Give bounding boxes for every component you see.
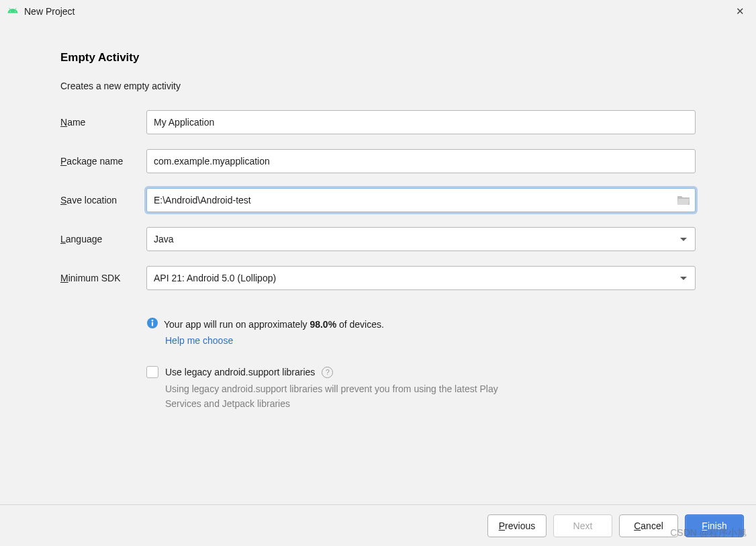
titlebar: New Project ✕ <box>0 0 756 23</box>
language-select-value: Java <box>154 234 174 244</box>
legacy-block: Use legacy android.support libraries ? U… <box>146 366 696 411</box>
language-label: Language <box>60 234 141 244</box>
legacy-checkbox[interactable] <box>146 366 158 378</box>
legacy-checkbox-label: Use legacy android.support libraries <box>165 367 315 377</box>
finish-button[interactable]: Finish <box>685 514 744 537</box>
name-field[interactable] <box>146 110 696 134</box>
dialog-content: Empty Activity Creates a new empty activ… <box>0 23 756 504</box>
minimum-sdk-label: Minimum SDK <box>60 273 141 283</box>
name-field-wrap <box>146 110 696 134</box>
package-field-wrap <box>146 149 696 173</box>
sdk-info-block: Your app will run on approximately 98.0%… <box>146 317 696 411</box>
help-me-choose-link[interactable]: Help me choose <box>165 335 696 346</box>
svg-rect-2 <box>152 322 153 326</box>
save-location-label: Save location <box>60 195 141 206</box>
save-location-field[interactable] <box>146 188 696 212</box>
window-title: New Project <box>24 6 730 17</box>
help-icon[interactable]: ? <box>322 367 333 378</box>
coverage-text: Your app will run on approximately 98.0%… <box>164 319 384 330</box>
android-icon <box>7 5 19 19</box>
package-label: Package name <box>60 156 141 167</box>
page-description: Creates a new empty activity <box>60 81 696 91</box>
svg-point-1 <box>152 320 154 322</box>
language-select[interactable]: Java <box>146 227 696 251</box>
chevron-down-icon <box>680 277 687 280</box>
minimum-sdk-select[interactable]: API 21: Android 5.0 (Lollipop) <box>146 266 696 290</box>
coverage-row: Your app will run on approximately 98.0%… <box>146 317 696 331</box>
cancel-button[interactable]: Cancel <box>619 514 678 537</box>
name-label: Name <box>60 117 141 128</box>
legacy-note: Using legacy android.support libraries w… <box>165 382 514 411</box>
chevron-down-icon <box>680 238 687 241</box>
save-location-field-wrap <box>146 188 696 212</box>
package-field[interactable] <box>146 149 696 173</box>
browse-folder-icon[interactable] <box>677 195 690 206</box>
minimum-sdk-select-value: API 21: Android 5.0 (Lollipop) <box>154 273 276 283</box>
close-icon[interactable]: ✕ <box>730 5 749 17</box>
form: Name Package name Save location Language… <box>60 110 696 411</box>
info-icon <box>146 317 158 331</box>
bottom-bar: Previous Next Cancel Finish <box>0 504 756 546</box>
page-title: Empty Activity <box>60 51 696 64</box>
next-button: Next <box>553 514 612 537</box>
previous-button[interactable]: Previous <box>487 514 547 537</box>
